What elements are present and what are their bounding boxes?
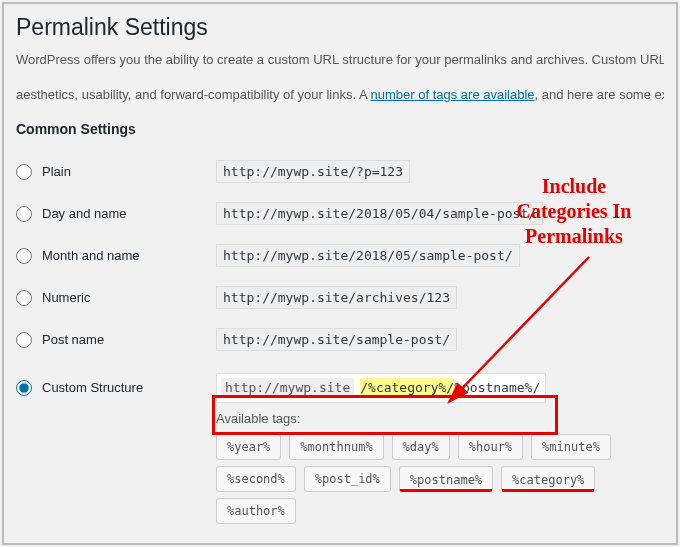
custom-prefix: http://mywp.site	[221, 378, 354, 397]
tag-category[interactable]: %category%	[501, 466, 595, 492]
example-month-name: http://mywp.site/2018/05/sample-post/	[216, 244, 520, 267]
annotation-callout: Include Categories In Permalinks	[494, 174, 654, 249]
radio-month-name[interactable]	[16, 248, 32, 264]
radio-day-name[interactable]	[16, 206, 32, 222]
custom-value-rest: %postname%/	[454, 380, 540, 395]
radio-custom[interactable]	[16, 380, 32, 396]
radio-numeric[interactable]	[16, 290, 32, 306]
custom-structure-field[interactable]: http://mywp.site /%category%/%postname%/	[216, 373, 546, 403]
tag-second[interactable]: %second%	[216, 466, 296, 492]
common-settings-heading: Common Settings	[16, 121, 664, 137]
example-plain: http://mywp.site/?p=123	[216, 160, 410, 183]
intro-text: aesthetics, usability, and forward-compa…	[16, 87, 371, 102]
tag-day[interactable]: %day%	[392, 434, 450, 460]
intro-line2: aesthetics, usability, and forward-compa…	[16, 86, 664, 105]
intro-text2: , and here are some examples to get y	[535, 87, 664, 102]
label-month-name: Month and name	[42, 248, 140, 263]
tag-post-id[interactable]: %post_id%	[304, 466, 391, 492]
intro-line1: WordPress offers you the ability to crea…	[16, 51, 664, 70]
option-numeric[interactable]: Numeric http://mywp.site/archives/123	[16, 277, 664, 319]
example-post-name: http://mywp.site/sample-post/	[216, 328, 457, 351]
option-post-name[interactable]: Post name http://mywp.site/sample-post/	[16, 319, 664, 361]
label-custom: Custom Structure	[42, 380, 143, 395]
label-day-name: Day and name	[42, 206, 127, 221]
label-plain: Plain	[42, 164, 71, 179]
label-post-name: Post name	[42, 332, 104, 347]
radio-post-name[interactable]	[16, 332, 32, 348]
tag-year[interactable]: %year%	[216, 434, 281, 460]
tag-hour[interactable]: %hour%	[458, 434, 523, 460]
page-title: Permalink Settings	[16, 14, 664, 41]
available-tags: %year% %monthnum% %day% %hour% %minute% …	[216, 434, 646, 524]
option-custom[interactable]: Custom Structure http://mywp.site /%cate…	[16, 367, 664, 409]
tags-help-link[interactable]: number of tags are available	[371, 87, 535, 102]
custom-value-highlight: /%category%/	[360, 378, 454, 397]
tag-postname[interactable]: %postname%	[399, 466, 493, 492]
radio-plain[interactable]	[16, 164, 32, 180]
tag-author[interactable]: %author%	[216, 498, 296, 524]
tag-monthnum[interactable]: %monthnum%	[289, 434, 383, 460]
available-tags-label: Available tags:	[216, 411, 664, 426]
label-numeric: Numeric	[42, 290, 90, 305]
tag-minute[interactable]: %minute%	[531, 434, 611, 460]
example-numeric: http://mywp.site/archives/123	[216, 286, 457, 309]
